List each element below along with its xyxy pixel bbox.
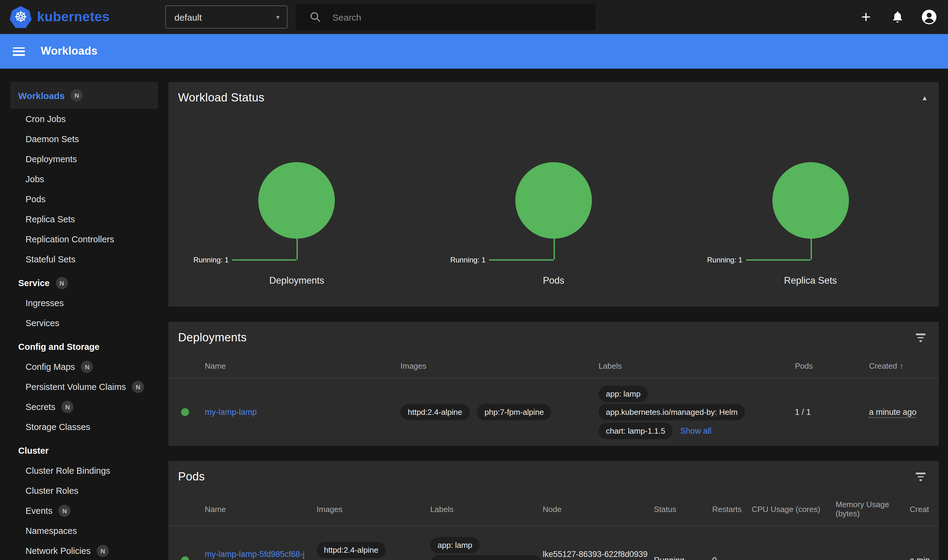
sidebar-item-storage-classes[interactable]: Storage Classes	[0, 417, 168, 437]
collapse-icon[interactable]: ▲	[921, 94, 928, 102]
topbar-actions: +	[858, 9, 942, 25]
workload-status-title: Workload Status	[178, 91, 264, 105]
sidebar-section-service[interactable]: Service N	[0, 273, 168, 293]
label-chip: app.kubernetes.io/managed-by: Helm	[598, 404, 745, 420]
pie-leader-line: Running: 1	[168, 239, 425, 259]
column-header-created[interactable]: Created↑	[869, 361, 929, 370]
sidebar-item-replica-sets[interactable]: Replica Sets	[0, 209, 168, 229]
column-header-pods: Pods	[795, 361, 869, 370]
label-chip: app: lamp	[598, 385, 648, 402]
column-header-node: Node	[543, 505, 654, 514]
sidebar-item-namespaces[interactable]: Namespaces	[0, 520, 168, 540]
column-header-name: Name	[205, 505, 317, 514]
pod-restarts: 0	[712, 555, 752, 560]
column-header-status: Status	[654, 505, 712, 514]
user-menu-button[interactable]	[921, 9, 937, 25]
sidebar-section-config-and-storage: Config and Storage	[0, 337, 168, 357]
sidebar-item-config-maps[interactable]: Config Maps N	[0, 357, 168, 377]
node-name: lke55127-86393-622f8d09399a	[543, 549, 654, 560]
search-input[interactable]: Search	[332, 12, 361, 22]
sidebar-section-cluster: Cluster	[0, 440, 168, 460]
deployments-pie-chart: Running: 1 Deployments	[168, 162, 425, 286]
workload-status-charts: Running: 1 Deployments Running: 1 Pods	[168, 114, 939, 286]
image-chip: php:7-fpm-alpine	[477, 404, 551, 420]
chart-title: Pods	[543, 275, 564, 286]
pods-pie-chart: Running: 1 Pods	[425, 162, 682, 286]
menu-icon[interactable]	[13, 47, 25, 55]
column-header-name: Name	[205, 361, 401, 370]
column-header-labels: Labels	[430, 505, 543, 514]
pie-slice-label: Running: 1	[707, 256, 742, 264]
sidebar-item-network-policies[interactable]: Network Policies N	[0, 540, 168, 560]
sidebar-item-secrets[interactable]: Secrets N	[0, 397, 168, 417]
create-resource-button[interactable]: +	[858, 9, 874, 25]
chevron-down-icon: ▾	[276, 13, 279, 21]
pod-name-link[interactable]: my-lamp-lamp-5fd985cf68-jwvz4	[205, 550, 305, 560]
column-header-labels: Labels	[598, 361, 795, 370]
deployments-table-header: Name Images Labels Pods Created↑	[168, 354, 939, 378]
namespaced-badge: N	[62, 400, 74, 413]
sidebar-item-replication-controllers[interactable]: Replication Controllers	[0, 229, 168, 249]
notifications-button[interactable]	[889, 9, 905, 25]
column-header-restarts: Restarts	[712, 505, 752, 514]
filter-icon[interactable]	[913, 331, 928, 345]
chart-title: Replica Sets	[784, 275, 837, 286]
namespaced-badge: N	[81, 360, 93, 372]
show-all-link[interactable]: Show all	[680, 426, 711, 435]
created-timestamp: a minute ago	[869, 408, 916, 418]
table-row: my-lamp-lamp-5fd985cf68-jwvz4 httpd:2.4-…	[168, 526, 939, 560]
sidebar-item-cron-jobs[interactable]: Cron Jobs	[0, 109, 168, 129]
sidebar-item-jobs[interactable]: Jobs	[0, 169, 168, 189]
bell-icon	[891, 10, 904, 24]
pods-table-header: Name Images Labels Node Status Restarts …	[168, 492, 939, 526]
status-running-icon	[181, 556, 189, 560]
sidebar-item-ingresses[interactable]: Ingresses	[0, 293, 168, 313]
sidebar-item-cluster-role-bindings[interactable]: Cluster Role Bindings	[0, 460, 168, 480]
app-bar: Workloads	[0, 34, 948, 69]
namespaced-badge: N	[97, 545, 109, 557]
pods-title: Pods	[178, 470, 205, 483]
image-chip: httpd:2.4-alpine	[317, 542, 385, 558]
search-icon	[309, 11, 321, 23]
sidebar-item-stateful-sets[interactable]: Stateful Sets	[0, 249, 168, 269]
pods-card: Pods Name Images Labels Node Status Rest…	[168, 461, 939, 560]
sidebar-item-workloads[interactable]: Workloads N	[10, 82, 158, 109]
brand[interactable]: ☸ kubernetes	[10, 6, 165, 28]
pie-slice-label: Running: 1	[194, 256, 229, 264]
filter-icon[interactable]	[913, 471, 928, 483]
deployment-name-link[interactable]: my-lamp-lamp	[205, 408, 257, 417]
sidebar-item-events[interactable]: Events N	[0, 500, 168, 520]
column-header-memory-usage: Memory Usage (bytes)	[835, 500, 910, 518]
chart-title: Deployments	[269, 275, 324, 286]
sidebar-item-daemon-sets[interactable]: Daemon Sets	[0, 129, 168, 149]
label-chip: pod-template-hash: 5fd985cf68	[430, 555, 542, 560]
table-row: my-lamp-lamp httpd:2.4-alpine php:7-fpm-…	[168, 378, 939, 446]
helm-wheel-icon: ☸	[14, 10, 27, 24]
created-timestamp: a minute ago	[910, 555, 929, 560]
brand-text: kubernetes	[37, 9, 110, 25]
pie-leader-line: Running: 1	[682, 239, 939, 259]
column-header-images: Images	[317, 505, 430, 514]
namespaced-badge: N	[71, 89, 83, 102]
sidebar-item-deployments[interactable]: Deployments	[0, 149, 168, 169]
status-running-icon	[181, 408, 189, 416]
pie-running	[515, 162, 592, 239]
sidebar-item-persistent-volume-claims[interactable]: Persistent Volume Claims N	[0, 377, 168, 397]
pod-cpu-usage: -	[752, 555, 835, 560]
namespace-selector[interactable]: default ▾	[165, 5, 287, 29]
sidebar-item-cluster-roles[interactable]: Cluster Roles	[0, 480, 168, 500]
workload-status-card: Workload Status ▲ Running: 1 Deployments	[168, 82, 939, 307]
pie-running	[772, 162, 849, 239]
search-bar[interactable]: Search	[296, 4, 595, 30]
replica-sets-pie-chart: Running: 1 Replica Sets	[682, 162, 939, 286]
namespaced-badge: N	[132, 380, 144, 393]
pod-memory-usage: -	[835, 555, 910, 560]
sidebar-item-services[interactable]: Services	[0, 313, 168, 333]
kubernetes-dashboard: ☸ kubernetes default ▾ Search +	[0, 0, 948, 560]
deployments-title: Deployments	[178, 331, 247, 345]
sidebar: Workloads N Cron Jobs Daemon Sets Deploy…	[0, 69, 168, 560]
sidebar-item-pods[interactable]: Pods	[0, 189, 168, 209]
column-header-created[interactable]: Created↑	[910, 505, 929, 514]
pod-status: Running	[654, 555, 712, 560]
page-title: Workloads	[41, 45, 97, 58]
